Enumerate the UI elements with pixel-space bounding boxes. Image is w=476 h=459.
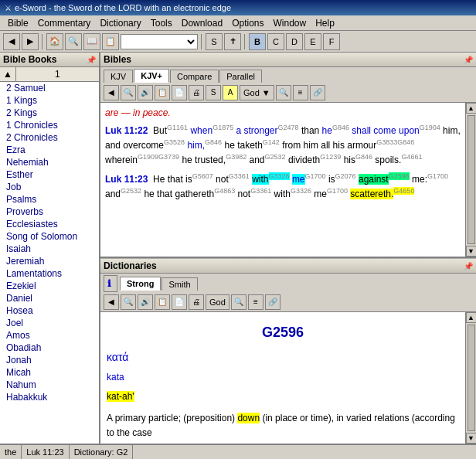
toolbar-back[interactable]: ◀ <box>3 33 20 50</box>
book-nehemiah[interactable]: Nehemiah <box>0 156 99 168</box>
right-area: Bibles 📌 KJV KJV+ Compare Parallel ◀ 🔍 🔊… <box>100 53 476 444</box>
menu-commentary[interactable]: Commentary <box>33 16 96 30</box>
book-obadiah[interactable]: Obadiah <box>0 342 99 354</box>
book-psalms[interactable]: Psalms <box>0 193 99 206</box>
tab-strong[interactable]: Strong <box>120 277 161 291</box>
status-dict: Dictionary: G2 <box>70 445 134 459</box>
book-nahum[interactable]: Nahum <box>0 379 99 391</box>
book-lamentations[interactable]: Lamentations <box>0 267 99 280</box>
bible-highlight-btn[interactable]: A <box>223 85 238 100</box>
book-2chronicles[interactable]: 2 Chronicles <box>0 131 99 144</box>
book-select[interactable] <box>121 34 198 49</box>
book-jeremiah[interactable]: Jeremiah <box>0 255 99 267</box>
menu-window[interactable]: Window <box>268 16 311 30</box>
toolbar-notes[interactable]: 📋 <box>102 33 119 50</box>
dict-layout-btn[interactable]: ≡ <box>248 294 264 310</box>
dictionaries-panel: Dictionaries 📌 ℹ Strong Smith ◀ 🔍 🔊 📋 📄 … <box>100 258 476 444</box>
bible-audio-btn[interactable]: 🔊 <box>138 85 153 100</box>
book-daniel[interactable]: Daniel <box>0 292 99 304</box>
scroll-up[interactable]: ▲ <box>466 103 477 114</box>
bible-strong-btn[interactable]: S <box>206 85 221 100</box>
verse-ref-1122: Luk 11:22 <box>105 125 148 136</box>
toolbar-book[interactable]: 📖 <box>83 33 100 50</box>
dict-search-btn[interactable]: 🔍 <box>121 294 136 310</box>
dict-audio-btn[interactable]: 🔊 <box>138 294 153 310</box>
book-job[interactable]: Job <box>0 181 99 193</box>
bible-link-btn[interactable]: 🔗 <box>310 85 325 100</box>
tab-kjv[interactable]: KJV <box>104 70 133 83</box>
book-ezekiel[interactable]: Ezekiel <box>0 280 99 292</box>
dict-scroll-down[interactable]: ▼ <box>466 433 477 444</box>
dict-content[interactable]: G2596 κατά kata kat-ah' A primary partic… <box>100 312 465 444</box>
dict-notes-btn[interactable]: 📋 <box>155 294 170 310</box>
book-1kings[interactable]: 1 Kings <box>0 94 99 107</box>
scroll-down[interactable]: ▼ <box>466 246 477 257</box>
bible-zoom-in[interactable]: 🔍 <box>276 85 291 100</box>
bibles-title: Bibles <box>104 54 131 65</box>
toolbar-cross[interactable]: ✝ <box>224 33 241 50</box>
menu-dictionary[interactable]: Dictionary <box>95 16 145 30</box>
menu-bar: Bible Commentary Dictionary Tools Downlo… <box>0 15 476 31</box>
book-1chronicles[interactable]: 1 Chronicles <box>0 119 99 131</box>
toolbar-b[interactable]: B <box>249 33 266 50</box>
book-micah[interactable]: Micah <box>0 366 99 379</box>
toolbar-home[interactable]: 🏠 <box>46 33 63 50</box>
bible-content[interactable]: are — in peace. Luk 11:22 ButG1161 whenG… <box>100 103 465 257</box>
book-proverbs[interactable]: Proverbs <box>0 206 99 218</box>
main-container: Bible Books 📌 ▲ 1 2 Samuel 1 Kings 2 Kin… <box>0 53 476 444</box>
toolbar-e[interactable]: E <box>304 33 321 50</box>
book-joel[interactable]: Joel <box>0 317 99 329</box>
menu-options[interactable]: Options <box>227 16 268 30</box>
dict-header: Dictionaries 📌 <box>100 258 476 274</box>
dict-zoom-btn[interactable]: 🔍 <box>231 294 246 310</box>
bible-back-btn[interactable]: ◀ <box>104 85 119 100</box>
book-amos[interactable]: Amos <box>0 329 99 342</box>
dict-god-btn[interactable]: God <box>206 294 230 310</box>
god-dropdown-btn[interactable]: God ▼ <box>240 85 274 100</box>
book-2kings[interactable]: 2 Kings <box>0 107 99 119</box>
bible-search-btn[interactable]: 🔍 <box>121 85 136 100</box>
book-hosea[interactable]: Hosea <box>0 304 99 317</box>
toolbar-d[interactable]: D <box>286 33 303 50</box>
dict-link-btn[interactable]: 🔗 <box>265 294 280 310</box>
toolbar-search[interactable]: 🔍 <box>65 33 82 50</box>
tab-smith[interactable]: Smith <box>162 277 197 291</box>
menu-help[interactable]: Help <box>311 16 339 30</box>
book-esther[interactable]: Esther <box>0 168 99 181</box>
dict-scrollbar[interactable]: ▲ ▼ <box>465 312 476 444</box>
tab-parallel[interactable]: Parallel <box>219 70 262 83</box>
menu-bible[interactable]: Bible <box>3 16 33 30</box>
bible-copy-btn[interactable]: 📄 <box>172 85 187 100</box>
dict-back-btn[interactable]: ◀ <box>104 294 119 310</box>
status-word: the <box>0 445 22 459</box>
toolbar-forward[interactable]: ▶ <box>22 33 39 50</box>
tab-kjvplus[interactable]: KJV+ <box>134 69 169 83</box>
book-song[interactable]: Song of Solomon <box>0 230 99 243</box>
book-isaiah[interactable]: Isaiah <box>0 243 99 255</box>
dict-copy-btn[interactable]: 📄 <box>172 294 187 310</box>
bible-notes-btn[interactable]: 📋 <box>155 85 170 100</box>
dict-tab-bar: ℹ Strong Smith <box>100 274 476 292</box>
book-2samuel[interactable]: 2 Samuel <box>0 82 99 94</box>
toolbar-strongs[interactable]: S <box>206 33 223 50</box>
book-ecclesiastes[interactable]: Ecclesiastes <box>0 218 99 230</box>
bible-print-btn[interactable]: 🖨 <box>189 85 204 100</box>
pin-icon[interactable]: 📌 <box>87 56 96 64</box>
menu-download[interactable]: Download <box>177 16 227 30</box>
book-ezra[interactable]: Ezra <box>0 144 99 156</box>
bibles-pin-icon[interactable]: 📌 <box>464 56 473 64</box>
toolbar-f[interactable]: F <box>323 33 340 50</box>
dict-print-btn[interactable]: 🖨 <box>189 294 204 310</box>
dict-scroll-up[interactable]: ▲ <box>466 312 477 323</box>
dict-pin-icon[interactable]: 📌 <box>464 262 473 270</box>
book-habakkuk[interactable]: Habakkuk <box>0 391 99 403</box>
bible-scrollbar[interactable]: ▲ ▼ <box>465 103 476 257</box>
chapter-up[interactable]: ▲ <box>0 67 16 81</box>
main-toolbar: ◀ ▶ 🏠 🔍 📖 📋 S ✝ B C D E F <box>0 31 476 53</box>
bible-layout-btn[interactable]: ≡ <box>293 85 308 100</box>
book-jonah[interactable]: Jonah <box>0 354 99 366</box>
tab-compare[interactable]: Compare <box>170 70 219 83</box>
menu-tools[interactable]: Tools <box>146 16 177 30</box>
greek-word: κατά <box>107 351 128 363</box>
toolbar-c[interactable]: C <box>267 33 284 50</box>
